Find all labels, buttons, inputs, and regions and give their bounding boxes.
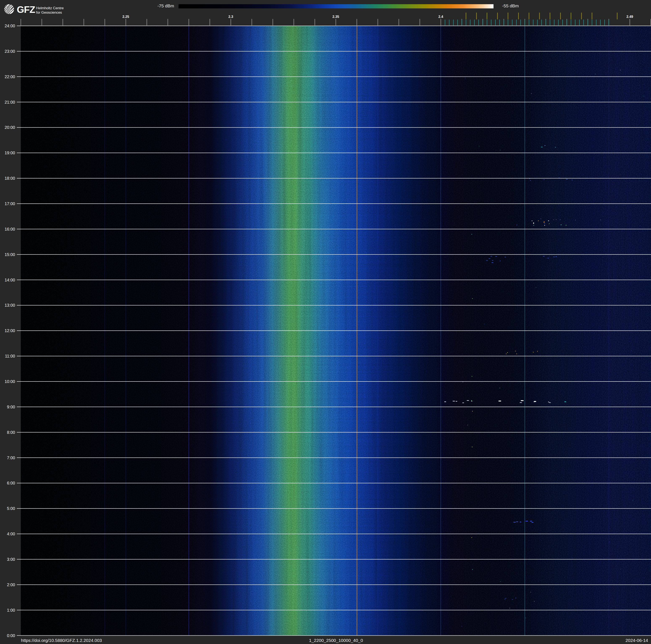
svg-text:2.35: 2.35 [333, 15, 339, 19]
svg-text:6:00: 6:00 [7, 481, 15, 485]
svg-text:2:00: 2:00 [7, 582, 15, 587]
svg-text:15:00: 15:00 [5, 252, 15, 257]
svg-text:2.4: 2.4 [438, 15, 443, 19]
svg-text:GFZ: GFZ [17, 4, 35, 15]
svg-text:18:00: 18:00 [5, 176, 15, 180]
svg-text:19:00: 19:00 [5, 150, 15, 155]
svg-text:4:00: 4:00 [7, 531, 15, 536]
svg-text:13:00: 13:00 [5, 303, 15, 308]
svg-text:2.49: 2.49 [626, 15, 633, 19]
svg-text:22:00: 22:00 [5, 75, 15, 79]
svg-text:1:00: 1:00 [7, 608, 15, 612]
svg-text:23:00: 23:00 [5, 49, 15, 54]
svg-text:-55 dBm: -55 dBm [502, 3, 519, 8]
svg-text:20:00: 20:00 [5, 125, 15, 130]
svg-text:9:00: 9:00 [7, 405, 15, 409]
svg-text:8:00: 8:00 [7, 430, 15, 435]
svg-text:2.3: 2.3 [228, 15, 233, 19]
svg-text:12:00: 12:00 [5, 328, 15, 333]
svg-text:14:00: 14:00 [5, 277, 15, 282]
svg-text:11:00: 11:00 [5, 354, 15, 358]
svg-text:2024-06-14: 2024-06-14 [626, 638, 648, 643]
svg-text:for Geosciences: for Geosciences [36, 10, 62, 14]
svg-text:Helmholtz Centre: Helmholtz Centre [36, 6, 64, 10]
svg-text:17:00: 17:00 [5, 201, 15, 206]
svg-text:3:00: 3:00 [7, 557, 15, 562]
svg-text:21:00: 21:00 [5, 100, 15, 105]
svg-text:0:00: 0:00 [7, 633, 15, 638]
svg-text:2.25: 2.25 [122, 15, 129, 19]
svg-text:https://doi.org/10.5880/GFZ.1.: https://doi.org/10.5880/GFZ.1.2.2024.003 [21, 638, 102, 643]
svg-text:10:00: 10:00 [5, 379, 15, 384]
svg-text:5:00: 5:00 [7, 506, 15, 511]
svg-text:7:00: 7:00 [7, 456, 15, 460]
svg-text:24:00: 24:00 [5, 24, 15, 28]
svg-text:-75 dBm: -75 dBm [157, 3, 174, 8]
svg-text:16:00: 16:00 [5, 227, 15, 231]
svg-text:1_2200_2500_10000_40_0: 1_2200_2500_10000_40_0 [309, 638, 363, 643]
